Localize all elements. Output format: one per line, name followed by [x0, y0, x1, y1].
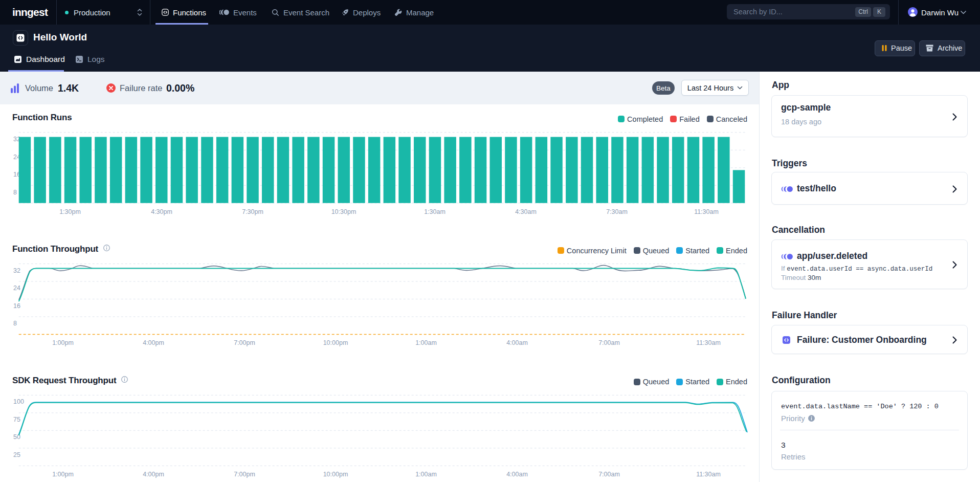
- svg-text:7:00am: 7:00am: [598, 471, 620, 478]
- svg-text:4:30am: 4:30am: [515, 208, 537, 215]
- svg-text:7:30pm: 7:30pm: [242, 208, 263, 215]
- svg-text:1:30am: 1:30am: [424, 208, 446, 215]
- svg-text:1:00pm: 1:00pm: [52, 471, 74, 478]
- svg-text:32: 32: [13, 267, 20, 274]
- svg-text:10:00pm: 10:00pm: [323, 339, 348, 346]
- svg-text:16: 16: [13, 302, 20, 310]
- svg-text:4:00pm: 4:00pm: [143, 339, 164, 346]
- svg-text:1:00am: 1:00am: [415, 471, 437, 478]
- svg-text:1:00pm: 1:00pm: [52, 339, 74, 346]
- svg-text:100: 100: [13, 398, 24, 405]
- svg-text:4:00pm: 4:00pm: [143, 471, 164, 478]
- svg-text:25: 25: [13, 451, 20, 458]
- svg-text:11:30am: 11:30am: [694, 208, 719, 215]
- svg-text:1:30pm: 1:30pm: [59, 208, 81, 215]
- svg-text:7:00am: 7:00am: [598, 339, 620, 346]
- svg-text:7:00pm: 7:00pm: [234, 471, 255, 478]
- svg-text:1:00am: 1:00am: [415, 339, 437, 346]
- svg-text:10:30pm: 10:30pm: [331, 208, 357, 215]
- svg-text:4:30pm: 4:30pm: [151, 208, 172, 215]
- svg-text:24: 24: [13, 284, 20, 292]
- svg-text:8: 8: [13, 320, 17, 327]
- svg-text:7:30am: 7:30am: [606, 208, 628, 215]
- svg-text:10:00pm: 10:00pm: [323, 471, 348, 478]
- svg-text:11:30am: 11:30am: [696, 339, 721, 346]
- svg-text:8: 8: [13, 189, 17, 196]
- svg-text:75: 75: [13, 416, 20, 423]
- svg-text:4:00am: 4:00am: [506, 339, 528, 346]
- svg-text:11:30am: 11:30am: [696, 471, 721, 478]
- svg-text:7:00pm: 7:00pm: [234, 339, 255, 346]
- svg-text:4:00am: 4:00am: [506, 471, 528, 478]
